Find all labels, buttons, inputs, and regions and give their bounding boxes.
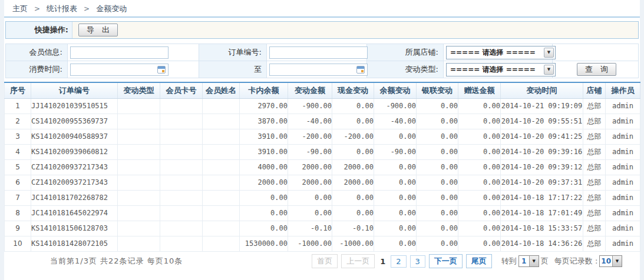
table-cell [118,114,160,129]
table-cell [203,175,240,190]
page-size-select[interactable]: 10 ▼ [599,255,622,267]
table-cell: admin [606,190,640,205]
table-cell: CZ1410200937217343 [31,175,118,190]
table-cell [160,175,203,190]
column-header: 变动类型 [118,82,160,98]
table-cell: KS1410200939060812 [31,144,118,159]
table-cell: 0.00 [332,114,374,129]
order-no-input[interactable] [269,46,368,59]
table-cell: 2000.00 [288,175,332,190]
table-cell [160,98,203,114]
table-cell: 0.00 [288,190,332,205]
table-cell [118,221,160,236]
shop-label: 所属店铺: [367,44,444,61]
chevron-down-icon: ▼ [544,65,554,75]
table-row[interactable]: 10KS14101814280721051530000.00-1000.00-1… [5,236,640,251]
table-cell: 0.00 [374,175,417,190]
member-info-input[interactable] [70,46,169,59]
table-row[interactable]: 7JC14101817022687820.000.000.000.000.000… [5,190,640,205]
table-cell: 总部 [583,114,606,129]
breadcrumb-separator: > [84,5,90,13]
table-cell: KS1410200940588937 [31,129,118,144]
table-cell: -40.00 [288,114,332,129]
table-cell [118,159,160,175]
date-from-input[interactable] [70,64,169,76]
table-cell: 2014-10-20 09:41:25 [501,129,583,144]
change-type-select[interactable]: ===== 请选择 ===== ▼ [446,63,556,76]
table-cell: 总部 [583,98,606,114]
table-row[interactable]: 6CZ14102009372173432000.002000.002000.00… [5,175,640,190]
last-page-button[interactable]: 尾页 [466,254,492,268]
table-cell [203,205,240,221]
next-page-button[interactable]: 下一页 [429,254,463,268]
table-cell [203,236,240,251]
first-page-button[interactable]: 首页 [312,254,338,268]
table-cell: admin [606,144,640,159]
column-header: 会员卡号 [160,82,203,98]
page-link[interactable]: 3 [410,255,425,268]
table-cell: -0.10 [288,221,332,236]
table-cell: 0.00 [458,236,501,251]
table-cell: 2014-10-20 09:39:12 [501,159,583,175]
pagination-bar: 当前第1/3页 共22条记录 每页10条 首页 上一页 123 下一页 尾页 转… [4,252,640,271]
table-cell: 6 [5,175,31,190]
calendar-icon[interactable] [356,66,365,74]
shop-select[interactable]: ===== 请选择 ===== ▼ [446,46,556,59]
prev-page-button[interactable]: 上一页 [341,254,375,268]
table-cell [118,205,160,221]
breadcrumb-item[interactable]: 金额变动 [96,4,127,13]
table-cell [160,114,203,129]
table-cell: 总部 [583,190,606,205]
table-cell: 0.00 [417,129,458,144]
table-cell: 4 [5,144,31,159]
calendar-icon[interactable] [157,66,166,74]
export-button[interactable]: 导 出 [78,24,118,36]
table-cell [203,221,240,236]
table-row[interactable]: 1JJ14102010395105152970.00-900.000.00-90… [5,98,640,114]
table-cell [203,114,240,129]
table-cell: 0.00 [417,114,458,129]
table-cell: -1000.00 [332,236,374,251]
table-cell: 2970.00 [240,98,288,114]
goto-page-value: 1 [519,256,529,266]
goto-page-select[interactable]: 1 ▼ [518,255,539,267]
table-cell: -1000.00 [288,236,332,251]
table-row[interactable]: 3KS14102009405889373910.00-200.00-200.00… [5,129,640,144]
table-row[interactable]: 9KS14101815061287030.00-0.10-0.100.000.0… [5,221,640,236]
table-cell: 0.00 [417,159,458,175]
breadcrumb-item[interactable]: 统计报表 [47,4,77,13]
table-cell: admin [606,221,640,236]
table-cell: CS1410200955369737 [31,114,118,129]
table-cell: 0.00 [458,114,501,129]
table-row[interactable]: 8JC14101816450229740.000.000.000.000.000… [5,205,640,221]
table-cell [160,159,203,175]
table-cell [118,236,160,251]
table-cell: 5 [5,159,31,175]
table-cell: -40.00 [374,114,417,129]
table-cell: 0.00 [374,236,417,251]
breadcrumb-item[interactable]: 主页 [12,4,28,13]
column-header: 会员姓名 [203,82,240,98]
table-row[interactable]: 5CZ14102009372173434000.002000.002000.00… [5,159,640,175]
date-to-input[interactable] [269,64,368,76]
table-cell [160,236,203,251]
table-cell: admin [606,98,640,114]
table-cell: 2014-10-21 09:19:09 [501,98,583,114]
breadcrumb-separator: > [34,5,40,13]
table-cell: 2000.00 [288,159,332,175]
table-cell: 总部 [583,175,606,190]
table-row[interactable]: 2CS14102009553697373870.00-40.000.00-40.… [5,114,640,129]
query-button[interactable]: 查 询 [577,63,616,76]
table-cell: 0.00 [458,190,501,205]
member-info-label: 会员信息: [6,44,68,61]
table-row[interactable]: 4KS14102009390608123910.00-90.000.00-90.… [5,144,640,159]
table-cell: admin [606,129,640,144]
table-cell: 2014-10-18 14:36:26 [501,236,583,251]
column-header: 银联变动 [417,82,458,98]
column-header: 卡内余额 [240,82,288,98]
table-cell: -900.00 [374,98,417,114]
column-header: 赠送金额 [458,82,501,98]
table-cell: 0.00 [417,98,458,114]
table-cell: JJ1410201039510515 [31,98,118,114]
page-link[interactable]: 2 [391,255,406,268]
